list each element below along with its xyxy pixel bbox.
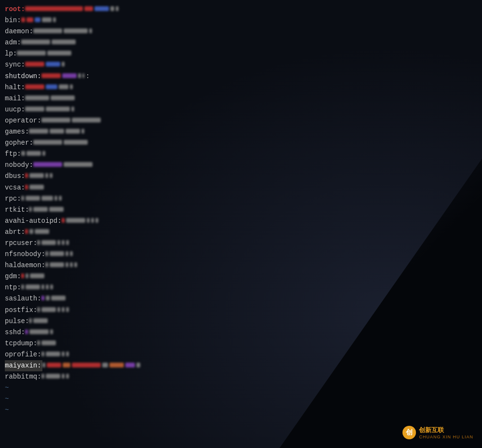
- username: abrt:: [5, 227, 25, 238]
- redacted-field: [62, 62, 65, 67]
- terminal-line: mail:: [5, 93, 142, 104]
- terminal-line: rpc:: [5, 193, 142, 204]
- redacted-field: [50, 285, 53, 289]
- username: oprofile:: [5, 349, 41, 360]
- redacted-field: [35, 17, 40, 22]
- username: uucp:: [5, 104, 25, 115]
- redacted-field: [17, 51, 46, 55]
- username: nobody:: [5, 160, 33, 171]
- redacted-field: [110, 6, 114, 11]
- terminal-line: lp:: [5, 48, 142, 59]
- redacted-field: [109, 363, 124, 367]
- redacted-field: [72, 363, 101, 367]
- terminal-line: postfix:: [5, 305, 142, 316]
- watermark: 创 创新互联 CHUANG XIN HU LIAN: [402, 426, 473, 439]
- redacted-field: [74, 262, 77, 267]
- username: adm:: [5, 37, 21, 48]
- redacted-field: [35, 229, 49, 234]
- redacted-field: [64, 140, 88, 145]
- redacted-field: [64, 162, 93, 167]
- redacted-field: [25, 95, 49, 100]
- redacted-field: [45, 173, 48, 178]
- redacted-field: [46, 296, 50, 300]
- terminal-line: shutdown::: [5, 71, 142, 82]
- terminal-line: rtkit:: [5, 204, 142, 216]
- redacted-field: [51, 296, 66, 300]
- username: tcpdump:: [5, 338, 37, 349]
- redacted-field: [50, 173, 53, 178]
- terminal-line: operator:: [5, 115, 142, 126]
- redacted-field: [25, 84, 44, 89]
- redacted-field: [29, 173, 44, 178]
- redacted-field: [53, 17, 56, 22]
- redacted-field: [91, 218, 94, 223]
- terminal-line: gdm:: [5, 271, 142, 282]
- username: bin:: [5, 15, 21, 26]
- tilde-line: ~: [5, 382, 142, 394]
- username: ntp:: [5, 282, 21, 293]
- redacted-field: [46, 374, 60, 379]
- redacted-field: [81, 129, 84, 134]
- redacted-field: [50, 251, 64, 256]
- username: maiyaxin:: [5, 360, 42, 371]
- redacted-field: [26, 273, 28, 278]
- redacted-field: [21, 17, 25, 22]
- redacted-field: [25, 107, 44, 111]
- username: shutdown:: [5, 71, 41, 82]
- redacted-field: [54, 196, 57, 201]
- redacted-field: [66, 374, 69, 379]
- redacted-field: [62, 374, 65, 379]
- redacted-field: [66, 262, 68, 267]
- terminal-line: tcpdump:: [5, 338, 142, 349]
- redacted-field: [41, 307, 56, 312]
- redacted-field: [50, 329, 53, 334]
- redacted-field: [87, 218, 90, 223]
- redacted-field: [41, 73, 61, 78]
- redacted-field: [95, 218, 98, 223]
- username: daemon:: [5, 26, 33, 37]
- terminal-line: rabbitmq:: [5, 371, 142, 382]
- terminal-line: ntp:: [5, 282, 142, 293]
- username: gopher:: [5, 137, 33, 149]
- redacted-field: [21, 151, 25, 156]
- redacted-field: [41, 296, 44, 300]
- redacted-field: [46, 285, 49, 289]
- terminal-output: root:bin:daemon:adm:lp:sync:shutdown::ha…: [0, 0, 147, 420]
- redacted-field: [25, 185, 28, 190]
- redacted-field: [72, 118, 101, 122]
- redacted-field: [70, 84, 73, 89]
- terminal-line: nobody:: [5, 160, 142, 171]
- terminal-line: games:: [5, 126, 142, 137]
- terminal-line: dbus:: [5, 171, 142, 182]
- username: rpc:: [5, 193, 21, 204]
- redacted-field: [29, 229, 33, 234]
- watermark-cn-text: 创新互联: [419, 426, 444, 434]
- redacted-field: [42, 151, 45, 156]
- terminal-line: uucp:: [5, 104, 142, 115]
- redacted-field: [26, 285, 40, 289]
- redacted-field: [66, 240, 69, 245]
- redacted-field: [41, 196, 53, 201]
- redacted-field: [25, 229, 28, 234]
- redacted-field: [41, 118, 70, 122]
- redacted-field: [41, 340, 56, 345]
- username: ftp:: [5, 149, 21, 160]
- redacted-field: [125, 363, 135, 367]
- redacted-field: [29, 318, 32, 323]
- terminal-line: pulse:: [5, 316, 142, 327]
- redacted-field: [47, 363, 61, 367]
- redacted-field: [25, 173, 28, 178]
- redacted-field: [41, 374, 44, 379]
- redacted-field: [37, 340, 40, 345]
- redacted-field: [27, 151, 41, 156]
- redacted-field: [50, 262, 64, 267]
- username: rtkit:: [5, 204, 29, 216]
- username: nfsnobody:: [5, 249, 45, 260]
- redacted-field: [62, 307, 65, 312]
- redacted-field: [66, 352, 69, 356]
- terminal-line: vcsa:: [5, 182, 142, 193]
- redacted-field: [46, 62, 60, 67]
- redacted-field: [45, 251, 48, 256]
- terminal-line: avahi-autoipd:: [5, 216, 142, 227]
- redacted-field: [41, 285, 44, 289]
